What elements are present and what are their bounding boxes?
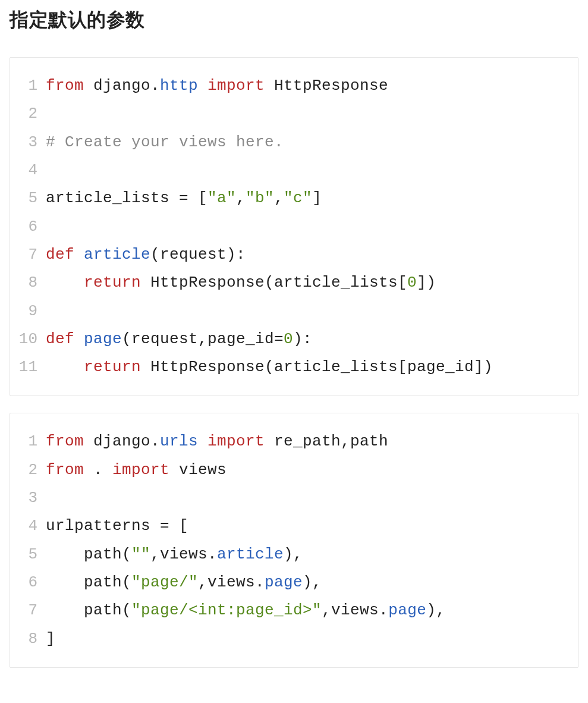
code-line: 6 path("page/",views.page), [10, 569, 578, 597]
code-line: 2 [10, 100, 578, 128]
code-token: from [46, 77, 84, 95]
code-block-urls: 1from django.urls import re_path,path2fr… [10, 413, 578, 668]
code-token: page [84, 330, 122, 348]
code-token: ]) [417, 274, 436, 291]
code-line: 1from django.urls import re_path,path [10, 428, 578, 456]
code-token: ), [426, 601, 445, 619]
line-number: 1 [10, 72, 46, 100]
code-content: def page(request,page_id=0): [46, 325, 578, 353]
code-token: ): [293, 330, 312, 348]
code-token: (request): [150, 246, 246, 263]
code-token: path( [46, 601, 131, 619]
code-line: 4 [10, 156, 578, 184]
code-content: urlpatterns = [ [46, 512, 578, 540]
code-token: HttpResponse [265, 77, 388, 95]
code-content: def article(request): [46, 241, 578, 269]
code-token: "a" [207, 189, 236, 207]
line-number: 5 [10, 184, 46, 212]
line-number: 8 [10, 269, 46, 297]
code-line: 9 [10, 297, 578, 325]
code-token: import [112, 461, 169, 479]
line-number: 2 [10, 456, 46, 484]
code-token: 0 [407, 274, 417, 291]
line-number: 11 [10, 353, 46, 381]
code-token: urlpatterns = [ [46, 517, 188, 535]
code-content: from django.http import HttpResponse [46, 72, 578, 100]
code-token: django. [84, 432, 160, 450]
code-token: article [84, 246, 150, 263]
code-token: import [207, 432, 265, 450]
code-content: path("page/",views.page), [46, 569, 578, 597]
code-line: 10def page(request,page_id=0): [10, 325, 578, 353]
line-number: 5 [10, 541, 46, 569]
code-content: article_lists = ["a","b","c"] [46, 184, 578, 212]
code-token [46, 358, 84, 376]
code-token: , [274, 189, 284, 207]
code-line: 11 return HttpResponse(article_lists[pag… [10, 353, 578, 381]
code-token: path( [46, 573, 131, 591]
code-line: 1from django.http import HttpResponse [10, 72, 578, 100]
code-token: return [84, 358, 141, 376]
code-content: ] [46, 625, 578, 653]
code-token: import [207, 77, 265, 95]
code-token: http [160, 77, 198, 95]
code-content: path("",views.article), [46, 541, 578, 569]
line-number: 7 [10, 241, 46, 269]
code-token: ,views. [198, 573, 265, 591]
code-token: . [84, 461, 112, 479]
code-content: # Create your views here. [46, 128, 578, 156]
code-token: ), [303, 573, 322, 591]
code-token: ,views. [150, 545, 217, 563]
code-line: 7def article(request): [10, 241, 578, 269]
line-number: 6 [10, 569, 46, 597]
code-token: , [236, 189, 246, 207]
code-token [74, 246, 84, 263]
code-token [198, 77, 207, 95]
code-token: 0 [284, 330, 293, 348]
line-number: 6 [10, 213, 46, 241]
code-token: urls [160, 432, 198, 450]
code-content [46, 213, 578, 241]
code-token: article_lists = [ [46, 189, 207, 207]
code-content [46, 100, 578, 128]
code-token: def [46, 246, 74, 263]
line-number: 4 [10, 156, 46, 184]
code-content: from . import views [46, 456, 578, 484]
code-token: HttpResponse(article_lists[page_id]) [141, 358, 493, 376]
code-token [46, 274, 84, 291]
section-heading: 指定默认的参数 [10, 7, 578, 33]
code-token: django. [84, 77, 160, 95]
line-number: 4 [10, 512, 46, 540]
line-number: 10 [10, 325, 46, 353]
code-token: "page/<int:page_id>" [131, 601, 322, 619]
code-line: 2from . import views [10, 456, 578, 484]
code-token: HttpResponse(article_lists[ [141, 274, 407, 291]
code-token: # Create your views here. [46, 133, 284, 151]
line-number: 1 [10, 428, 46, 456]
code-block-views: 1from django.http import HttpResponse2 3… [10, 57, 578, 396]
code-content [46, 484, 578, 512]
code-token: article [217, 545, 284, 563]
code-line: 8] [10, 625, 578, 653]
code-line: 8 return HttpResponse(article_lists[0]) [10, 269, 578, 297]
code-line: 6 [10, 213, 578, 241]
code-content: path("page/<int:page_id>",views.page), [46, 597, 578, 624]
code-content: return HttpResponse(article_lists[page_i… [46, 353, 578, 381]
code-line: 3 [10, 484, 578, 512]
code-token: return [84, 274, 141, 291]
code-token: ] [312, 189, 322, 207]
code-token [74, 330, 84, 348]
code-content [46, 297, 578, 325]
line-number: 3 [10, 128, 46, 156]
code-line: 4urlpatterns = [ [10, 512, 578, 540]
code-token: page [388, 601, 426, 619]
code-token: "" [131, 545, 150, 563]
code-token: ,views. [322, 601, 388, 619]
code-token: ), [284, 545, 303, 563]
code-line: 5article_lists = ["a","b","c"] [10, 184, 578, 212]
code-token [198, 432, 207, 450]
code-token: "c" [284, 189, 312, 207]
code-content: from django.urls import re_path,path [46, 428, 578, 456]
code-token: "page/" [131, 573, 198, 591]
code-line: 3# Create your views here. [10, 128, 578, 156]
